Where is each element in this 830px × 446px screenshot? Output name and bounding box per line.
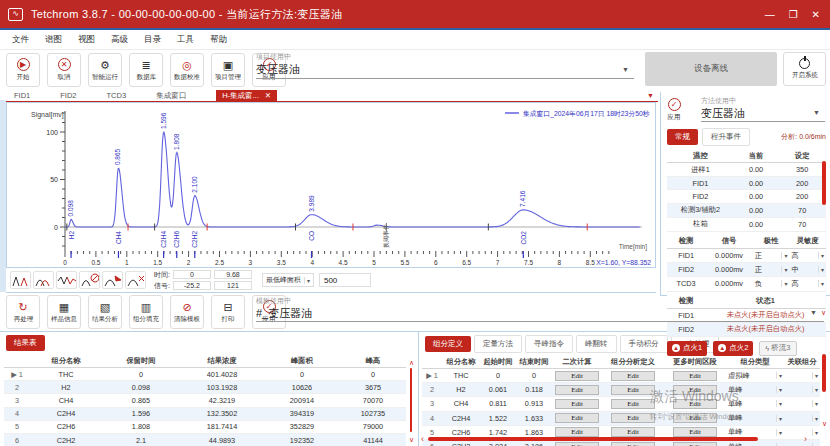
tab-定量方法[interactable]: 定量方法 (474, 335, 522, 353)
tab-集成窗口[interactable]: 集成窗口 (156, 91, 186, 101)
edit-button[interactable]: Edit (673, 385, 717, 395)
table-row[interactable]: 检测3/辅助20.0070 (667, 203, 826, 217)
chevron-down-icon[interactable]: ▾ (781, 266, 787, 273)
edit-button[interactable]: Edit (673, 413, 717, 423)
database-button[interactable]: ≣数据库 (129, 53, 163, 87)
result-row[interactable]: 4C2H41.596132.3502394319102735 (4, 407, 406, 420)
peak-zigzag-icon[interactable] (56, 271, 77, 289)
signal-from-field[interactable]: -25.2 (173, 281, 211, 290)
vertical-scrollbar[interactable] (410, 368, 412, 432)
edit-button[interactable]: Edit (555, 371, 599, 381)
ignite-2-button[interactable]: ▲点火2 (713, 341, 753, 356)
component-row[interactable]: 2H20.0610.118EditEditEdit单峰▾▾ (422, 383, 820, 397)
tab-overflow-caret-icon[interactable]: ▼ (647, 92, 654, 99)
menu-帮助[interactable]: 帮助 (210, 34, 227, 46)
chevron-down-icon[interactable]: ▾ (776, 415, 782, 422)
scroll-down-icon[interactable]: ∨ (821, 309, 826, 316)
chevron-down-icon[interactable]: ▾ (818, 280, 824, 287)
component-table[interactable]: 组分名称起始时间结束时间二次计算组分分析定义更多时间区段组分类型关联组分▶ 1T… (422, 355, 820, 446)
min-peak-area-field[interactable]: 500 (319, 273, 371, 287)
tab-FID1[interactable]: FID1 (14, 91, 30, 100)
results-table[interactable]: 组分名称保留时间结果浓度峰面积峰高▶ 1THC0401.4028002H20.0… (4, 354, 406, 446)
chevron-down-icon[interactable]: ▼ (622, 66, 629, 73)
edit-button[interactable]: Edit (673, 399, 717, 409)
close-button[interactable]: ✕ (812, 9, 820, 20)
table-row[interactable]: FID10.000mv正▾高▾ (667, 248, 826, 262)
chevron-down-icon[interactable]: ▾ (776, 372, 782, 379)
result-row[interactable]: 5C2H61.808181.741435282979000 (4, 420, 406, 433)
smart-run-button[interactable]: ⚙智能运行 (88, 53, 122, 87)
tab-组分定义[interactable]: 组分定义 (425, 336, 471, 352)
component-fill-button[interactable]: ▥组分填充 (129, 295, 163, 329)
table-row[interactable]: 柱箱0.0070 (667, 217, 826, 231)
tab-峰翻转[interactable]: 峰翻转 (576, 335, 617, 353)
menu-视图[interactable]: 视图 (78, 34, 95, 46)
ignite-1-button[interactable]: ▲点火1 (667, 341, 707, 356)
edit-button[interactable]: Edit (555, 399, 599, 409)
project-dropdown[interactable]: 项目使用中 变压器油 ▼ (256, 52, 636, 86)
peak-exclude-icon[interactable] (79, 271, 100, 289)
table-row[interactable]: TCD30.000mv负▾高▾ (667, 277, 826, 291)
table-row[interactable]: 进样10.00350 (667, 163, 826, 177)
result-analysis-button[interactable]: ▧结果分析 (88, 295, 122, 329)
menu-目录[interactable]: 目录 (144, 34, 161, 46)
restore-button[interactable]: ❐ (789, 9, 798, 20)
method-apply-button[interactable]: ✓ 应用 (667, 98, 681, 122)
chevron-down-icon[interactable]: ▾ (812, 415, 818, 422)
min-peak-area-dropdown[interactable]: 最低峰面积 ▾ (262, 273, 314, 287)
table-row[interactable]: FID20.00200 (667, 190, 826, 203)
edit-button[interactable]: Edit (673, 371, 717, 381)
chevron-down-icon[interactable]: ▾ (818, 252, 824, 259)
chevron-down-icon[interactable]: ▾ (812, 400, 818, 407)
table-row[interactable]: FID10.00200 (667, 177, 826, 190)
chevron-down-icon[interactable]: ▾ (781, 280, 787, 287)
component-row[interactable]: 4C2H41.5221.633EditEditEdit单峰▾▾ (422, 411, 820, 425)
project-button[interactable]: ▣项目管理 (211, 53, 245, 87)
edit-button[interactable]: Edit (611, 385, 655, 395)
horizontal-scrollbar[interactable]: ‹ › (421, 435, 823, 443)
component-row[interactable]: ▶ 1THC00EditEditEdit虚拟峰▾▾ (422, 369, 820, 383)
power-on-button[interactable]: 开启系统 (783, 52, 826, 86)
temperature-table[interactable]: 温控当前设定进样10.00350FID10.00200FID20.00200检测… (667, 149, 826, 232)
edit-button[interactable]: Edit (555, 385, 599, 395)
method-dropdown[interactable]: 方法使用中 变压器油 ▼ (701, 96, 825, 126)
tab-TCD3[interactable]: TCD3 (107, 91, 127, 100)
minimize-button[interactable]: — (765, 9, 775, 20)
chevron-down-icon[interactable]: ▾ (776, 386, 782, 393)
chevron-down-icon[interactable]: ▾ (781, 252, 787, 259)
menu-工具[interactable]: 工具 (177, 34, 194, 46)
time-from-field[interactable]: 0 (173, 270, 211, 279)
detector-status-table[interactable]: 检测状态1FID1未点火(未开启自动点火)FID2未点火(未开启自动点火) (667, 295, 826, 337)
component-row[interactable]: 3CH40.8110.913EditEditEdit单峰▾▾ (422, 397, 820, 411)
peak-pair-icon[interactable] (10, 271, 31, 289)
peak-delete-icon[interactable] (125, 271, 146, 289)
signal-to-field[interactable]: 121 (214, 281, 252, 290)
bridge-current-button[interactable]: ϟ桥流3 (759, 341, 796, 356)
edit-button[interactable]: Edit (611, 399, 655, 409)
result-row[interactable]: ▶ 1THC0401.402800 (4, 368, 406, 381)
start-button[interactable]: ▶开始 (6, 53, 40, 87)
device-offline-button[interactable]: 设备离线 (645, 52, 777, 86)
result-row[interactable]: 6C2H22.144.989319235241144 (4, 433, 406, 446)
menu-谱图[interactable]: 谱图 (45, 34, 62, 46)
reprocess-button[interactable]: ↻再处理 (6, 295, 40, 329)
scroll-right-icon[interactable]: › (804, 435, 807, 443)
tab-手动积分[interactable]: 手动积分 (620, 335, 668, 353)
scroll-up-icon[interactable]: ∧ (409, 359, 414, 366)
table-row[interactable]: FID2未点火(未开启自动点火) (667, 322, 826, 336)
table-row[interactable]: FID1未点火(未开启自动点火) (667, 308, 826, 322)
results-tab[interactable]: 结果表 (6, 335, 45, 351)
scroll-left-icon[interactable]: ‹ (421, 435, 424, 443)
chevron-down-icon[interactable]: ▾ (776, 400, 782, 407)
tab-FID2[interactable]: FID2 (60, 91, 76, 100)
peak-merge-icon[interactable] (33, 271, 54, 289)
vertical-scrollbar[interactable] (822, 161, 826, 205)
result-row[interactable]: 3CH40.86542.321920091470070 (4, 394, 406, 407)
cancel-button[interactable]: ✕取消 (47, 53, 81, 87)
time-to-field[interactable]: 9.68 (214, 270, 252, 279)
clear-template-button[interactable]: ⊘清除模板 (170, 295, 204, 329)
tab-general[interactable]: 常规 (667, 129, 698, 145)
sample-info-button[interactable]: ▦样品信息 (47, 295, 81, 329)
result-row[interactable]: 2H20.098103.1928106263675 (4, 381, 406, 394)
scroll-down-icon[interactable]: ∨ (409, 436, 414, 443)
